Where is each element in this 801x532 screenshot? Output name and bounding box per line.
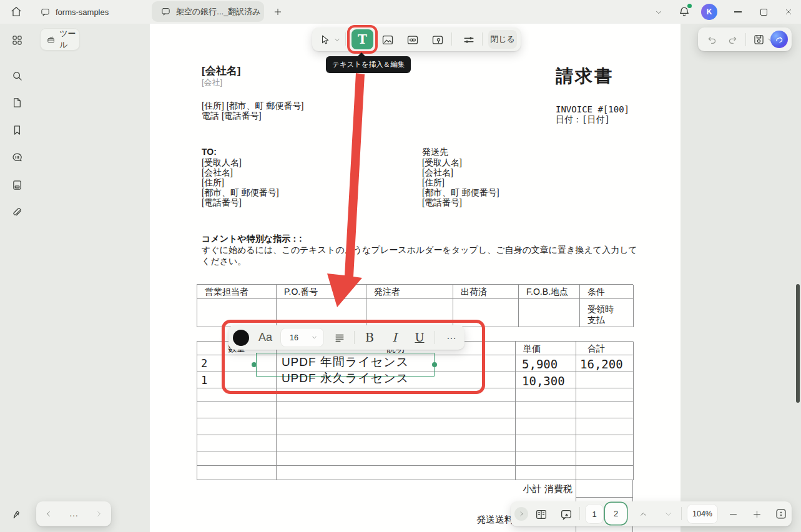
avatar[interactable]: K: [701, 4, 717, 20]
empty-cell[interactable]: [197, 466, 277, 480]
empty-cell[interactable]: [277, 451, 516, 466]
company-name-placeholder[interactable]: [会社名]: [202, 64, 240, 78]
more-options-button[interactable]: …: [442, 327, 461, 345]
selected-text-line-1[interactable]: UPDF 年間ライセンス: [256, 354, 435, 370]
empty-cell[interactable]: [197, 451, 277, 466]
selection-handle-right[interactable]: [432, 362, 437, 367]
info-cell[interactable]: [197, 299, 277, 327]
item-total[interactable]: 16,200: [576, 355, 634, 372]
link-tool-button[interactable]: [405, 32, 421, 47]
save-button[interactable]: [750, 32, 767, 47]
bold-button[interactable]: B: [361, 328, 378, 346]
info-terms-cell[interactable]: 受領時 支払: [580, 299, 634, 327]
annotations-toggle-button[interactable]: [558, 506, 574, 522]
font-size-select[interactable]: 16: [281, 328, 323, 347]
empty-cell[interactable]: [576, 388, 634, 402]
zoom-level[interactable]: 104%: [687, 505, 717, 523]
sidebar-item-pages[interactable]: [9, 94, 26, 111]
phone-placeholder[interactable]: 電話 [電話番号]: [202, 111, 262, 122]
text-color-button[interactable]: [233, 330, 249, 346]
empty-cell[interactable]: [516, 466, 576, 480]
select-tool-dropdown[interactable]: [332, 35, 342, 45]
sidebar-item-attachments[interactable]: [9, 204, 26, 221]
invoice-title[interactable]: 請求書: [556, 64, 614, 88]
page-1-button[interactable]: 1: [586, 505, 603, 523]
text-tool-button[interactable]: T: [351, 29, 373, 49]
select-tool-button[interactable]: [317, 32, 332, 47]
empty-cell[interactable]: [576, 402, 634, 418]
image-tool-button[interactable]: [380, 32, 396, 47]
underline-button[interactable]: U: [411, 328, 428, 346]
empty-cell[interactable]: [576, 466, 634, 480]
empty-cell[interactable]: [277, 402, 516, 418]
new-tab-button[interactable]: [270, 4, 285, 19]
ai-assistant-button[interactable]: [770, 31, 788, 48]
sidebar-item-bookmarks[interactable]: [9, 122, 26, 139]
empty-cell[interactable]: [516, 435, 576, 451]
empty-cell[interactable]: [576, 451, 634, 466]
empty-cell[interactable]: [516, 402, 576, 418]
empty-cell[interactable]: [277, 435, 516, 451]
sidebar-item-search[interactable]: [9, 67, 26, 84]
properties-button[interactable]: [461, 32, 477, 47]
prev-button[interactable]: [41, 506, 56, 521]
maximize-button[interactable]: [755, 5, 772, 19]
empty-cell[interactable]: [277, 466, 516, 480]
font-button[interactable]: Aa: [256, 329, 275, 345]
comments-header[interactable]: コメントや特別な指示：:: [202, 234, 302, 245]
fit-page-button[interactable]: [773, 506, 789, 522]
empty-cell[interactable]: [197, 418, 277, 435]
to-lines[interactable]: [受取人名] [会社名] [住所] [都市、町 郵便番号] [電話番号]: [202, 157, 279, 207]
empty-cell[interactable]: [576, 418, 634, 435]
minimize-button[interactable]: [729, 5, 747, 19]
zoom-out-button[interactable]: [725, 506, 740, 521]
document-tab-icon: [40, 7, 51, 17]
tab-active-document[interactable]: 架空の銀行..._翻訳済み: [152, 1, 264, 22]
titlebar-dropdown-button[interactable]: [652, 6, 666, 19]
to-header[interactable]: TO:: [202, 147, 217, 157]
close-toolbar-button[interactable]: 閉じる: [488, 30, 517, 49]
invoice-number[interactable]: INVOICE #[100]: [556, 104, 629, 114]
sidebar-item-annotations[interactable]: [9, 177, 26, 194]
empty-cell[interactable]: [516, 418, 576, 435]
notifications-button[interactable]: [676, 4, 692, 20]
redo-button[interactable]: [725, 32, 740, 47]
next-button[interactable]: [91, 506, 106, 521]
empty-cell[interactable]: [197, 435, 277, 451]
page-2-button[interactable]: 2: [605, 503, 627, 525]
empty-cell[interactable]: [516, 388, 576, 402]
item-unit-price[interactable]: 5,900: [516, 355, 576, 372]
item-total[interactable]: [576, 372, 634, 388]
sidebar-item-signature[interactable]: [9, 506, 26, 523]
vertical-scrollbar[interactable]: [796, 284, 800, 403]
invoice-date[interactable]: 日付：[日付]: [556, 114, 610, 126]
alignment-button[interactable]: [332, 330, 348, 345]
italic-button[interactable]: I: [386, 328, 403, 346]
empty-cell[interactable]: [277, 388, 516, 402]
empty-cell[interactable]: [197, 388, 277, 402]
close-window-button[interactable]: [780, 5, 797, 19]
tools-button[interactable]: ツール: [40, 28, 80, 51]
subtotal-cell[interactable]: [576, 480, 633, 498]
empty-cell[interactable]: [516, 451, 576, 466]
stamp-tool-button[interactable]: [430, 32, 446, 47]
expand-bar-button[interactable]: [514, 507, 528, 521]
item-unit-price[interactable]: 10,300: [516, 372, 576, 388]
more-pages-button[interactable]: …: [65, 504, 82, 521]
selected-text-line-2[interactable]: UPDF 永久ライセンス: [256, 370, 435, 387]
sidebar-item-apps[interactable]: [9, 32, 26, 49]
selection-handle-left[interactable]: [252, 362, 257, 367]
company-sub-placeholder[interactable]: [会社]: [202, 77, 222, 88]
empty-cell[interactable]: [277, 418, 516, 435]
undo-button[interactable]: [704, 32, 719, 47]
previous-page-button[interactable]: [636, 507, 651, 521]
zoom-in-button[interactable]: [749, 506, 764, 521]
home-button[interactable]: [6, 2, 26, 22]
page-layout-button[interactable]: [533, 506, 549, 522]
sidebar-item-comments[interactable]: [9, 149, 26, 166]
empty-cell[interactable]: [576, 435, 634, 451]
info-cell[interactable]: [519, 299, 580, 327]
empty-cell[interactable]: [197, 402, 277, 418]
tab-forms-samples[interactable]: forms-samples: [35, 2, 149, 21]
next-page-button[interactable]: [661, 507, 676, 521]
